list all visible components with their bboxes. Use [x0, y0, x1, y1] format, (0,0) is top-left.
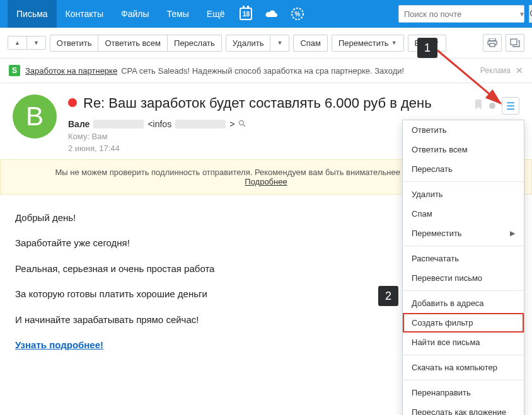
from-name: Вале — [68, 119, 90, 129]
ad-link[interactable]: Заработок на партнерке — [25, 66, 117, 76]
menu-add-address[interactable]: Добавить в адреса — [403, 293, 524, 313]
search-sender-icon[interactable] — [238, 119, 246, 129]
menu-download[interactable]: Скачать на компьютер — [403, 358, 524, 377]
menu-move[interactable]: Переместить▶ — [403, 224, 524, 243]
menu-forward[interactable]: Переслать — [403, 159, 524, 179]
bookmark-icon[interactable] — [474, 99, 483, 113]
nav-up-button[interactable]: ▲ — [8, 36, 27, 50]
chevron-right-icon: ▶ — [510, 229, 515, 237]
annotation-marker-1: 1 — [417, 38, 437, 58]
svg-rect-6 — [490, 43, 495, 47]
move-label: Переместить — [338, 38, 389, 48]
forward-button[interactable]: Переслать — [167, 35, 222, 52]
from-email-open: <infos — [147, 119, 171, 129]
unread-dot-icon — [68, 98, 77, 107]
search-input[interactable] — [399, 9, 515, 19]
nav-mail[interactable]: Письма — [8, 0, 57, 28]
nav-files[interactable]: Файлы — [112, 0, 158, 28]
menu-print[interactable]: Распечатать — [403, 249, 524, 268]
menu-move-label: Переместить — [412, 229, 462, 238]
delete-button[interactable]: Удалить — [226, 35, 271, 52]
ad-label: Реклама — [480, 66, 511, 75]
masked-name — [93, 120, 144, 128]
print-icon[interactable] — [483, 34, 502, 52]
menu-redirect[interactable]: Перенаправить — [403, 383, 524, 402]
svg-rect-7 — [511, 39, 517, 45]
ad-close-icon[interactable]: ✕ — [516, 65, 523, 76]
menu-reply-all[interactable]: Ответить всем — [403, 140, 524, 159]
nav-more[interactable]: Ещё — [198, 0, 234, 28]
top-navbar: Письма Контакты Файлы Темы Ещё 18 % ▼ — [0, 0, 532, 28]
nav-down-button[interactable]: ▼ — [26, 36, 46, 50]
body-more-link[interactable]: Узнать подробнее! — [15, 339, 103, 350]
svg-point-8 — [240, 120, 244, 125]
sender-avatar: В — [13, 94, 57, 139]
cloud-icon[interactable] — [258, 9, 285, 19]
window-icon[interactable] — [506, 34, 524, 52]
menu-fwd-attachment[interactable]: Переслать как вложение — [403, 402, 524, 415]
menu-delete[interactable]: Удалить — [403, 185, 524, 204]
svg-line-9 — [243, 125, 245, 127]
reply-all-button[interactable]: Ответить всем — [98, 35, 168, 52]
search-caret-icon[interactable]: ▼ — [515, 11, 529, 18]
calendar-day: 18 — [240, 8, 252, 20]
menu-translate[interactable]: Перевести письмо — [403, 268, 524, 288]
menu-create-filter[interactable]: Создать фильтр — [403, 313, 524, 333]
nav-contacts[interactable]: Контакты — [57, 0, 112, 28]
move-button[interactable]: Переместить ▼ — [332, 35, 404, 52]
menu-spam[interactable]: Спам — [403, 204, 524, 224]
from-email-close: > — [229, 119, 234, 129]
menu-find-all[interactable]: Найти все письма — [403, 333, 524, 352]
nav-themes[interactable]: Темы — [158, 0, 198, 28]
search-box[interactable]: ▼ — [398, 5, 524, 23]
ad-text: CPA сеть Saleads! Надежный способ зарабо… — [121, 66, 404, 76]
message-menu-button[interactable]: ☰ — [502, 97, 519, 115]
delete-caret[interactable]: ▼ — [270, 35, 289, 52]
svg-text:%: % — [295, 11, 301, 18]
status-dot-icon[interactable] — [489, 103, 495, 109]
ad-badge: S — [9, 65, 20, 76]
reply-button[interactable]: Ответить — [50, 35, 99, 52]
calendar-icon[interactable]: 18 — [233, 8, 258, 20]
spam-button[interactable]: Спам — [293, 35, 328, 52]
message-context-menu: Ответить Ответить всем Переслать Удалить… — [402, 120, 524, 415]
message-subject: Re: Ваш заработок будет составлять 6.000… — [83, 94, 432, 113]
ad-banner: S Заработок на партнерке CPA сеть Salead… — [0, 59, 532, 83]
warning-more-link[interactable]: Подробнее — [245, 177, 287, 186]
search-button[interactable] — [529, 5, 532, 23]
annotation-marker-2: 2 — [378, 286, 398, 306]
masked-email — [175, 120, 226, 128]
message-toolbar: ▲ ▼ Ответить Ответить всем Переслать Уда… — [0, 28, 532, 59]
menu-reply[interactable]: Ответить — [403, 120, 524, 140]
discount-icon[interactable]: % — [285, 8, 310, 20]
